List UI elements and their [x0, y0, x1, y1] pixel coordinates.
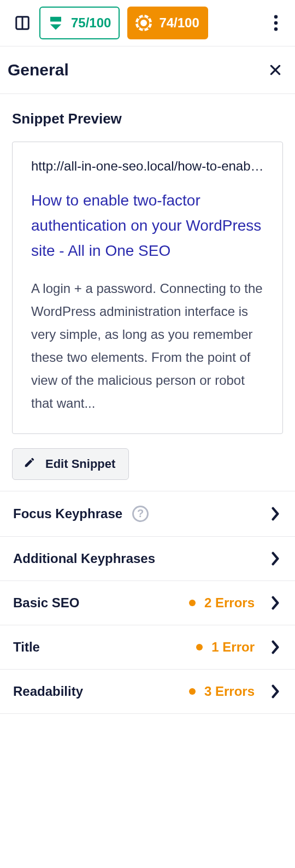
- snippet-preview-box: http://all-in-one-seo.local/how-to-enabl…: [12, 142, 283, 434]
- row-additional-keyphrases[interactable]: Additional Keyphrases: [0, 537, 295, 581]
- close-panel-button[interactable]: [268, 62, 283, 78]
- seo-score-pill[interactable]: 75/100: [39, 7, 120, 39]
- readability-score-pill[interactable]: 74/100: [127, 7, 208, 39]
- pencil-icon: [23, 456, 36, 472]
- row-label: Readability: [13, 684, 83, 699]
- readability-score-value: 74/100: [159, 15, 199, 31]
- status-dot-icon: [189, 600, 196, 606]
- status-text: 2 Errors: [204, 595, 255, 611]
- help-icon[interactable]: ?: [132, 506, 149, 522]
- status-text: 1 Error: [211, 640, 255, 655]
- svg-line-8: [138, 17, 139, 19]
- top-toolbar: 75/100 74/100: [0, 0, 295, 46]
- row-title[interactable]: Title 1 Error: [0, 625, 295, 670]
- svg-point-14: [274, 27, 278, 31]
- svg-point-13: [274, 21, 278, 25]
- readability-score-icon: [134, 13, 154, 33]
- status-text: 3 Errors: [204, 684, 255, 699]
- chevron-right-icon: [269, 552, 282, 565]
- edit-snippet-button[interactable]: Edit Snippet: [12, 448, 129, 480]
- snippet-url: http://all-in-one-seo.local/how-to-enabl…: [31, 159, 264, 174]
- row-label: Focus Keyphrase: [13, 506, 122, 521]
- snippet-description: A login + a password. Connecting to the …: [31, 277, 264, 415]
- svg-line-9: [149, 27, 150, 29]
- panel-header: General: [0, 46, 295, 94]
- panel-title: General: [8, 61, 69, 79]
- seo-sections-list: Focus Keyphrase ? Additional Keyphrases …: [0, 491, 295, 714]
- status-dot-icon: [189, 688, 196, 695]
- svg-point-12: [274, 15, 278, 19]
- seo-score-icon: [46, 13, 66, 33]
- row-label: Title: [13, 640, 40, 655]
- svg-line-11: [149, 17, 150, 19]
- row-basic-seo[interactable]: Basic SEO 2 Errors: [0, 581, 295, 625]
- snippet-preview-heading: Snippet Preview: [12, 110, 283, 127]
- row-label: Basic SEO: [13, 595, 79, 611]
- status-dot-icon: [196, 644, 203, 650]
- chevron-right-icon: [269, 596, 282, 609]
- more-options-button[interactable]: [268, 12, 284, 34]
- snippet-title: How to enable two-factor authentication …: [31, 188, 264, 264]
- seo-score-value: 75/100: [71, 15, 111, 31]
- chevron-right-icon: [269, 641, 282, 654]
- row-readability[interactable]: Readability 3 Errors: [0, 670, 295, 714]
- row-focus-keyphrase[interactable]: Focus Keyphrase ?: [0, 491, 295, 537]
- sidebar-toggle-button[interactable]: [13, 14, 32, 32]
- edit-snippet-label: Edit Snippet: [45, 457, 115, 471]
- svg-line-10: [138, 27, 139, 29]
- chevron-right-icon: [269, 685, 282, 698]
- row-label: Additional Keyphrases: [13, 551, 155, 566]
- chevron-right-icon: [269, 507, 282, 520]
- snippet-preview-section: Snippet Preview http://all-in-one-seo.lo…: [0, 94, 295, 491]
